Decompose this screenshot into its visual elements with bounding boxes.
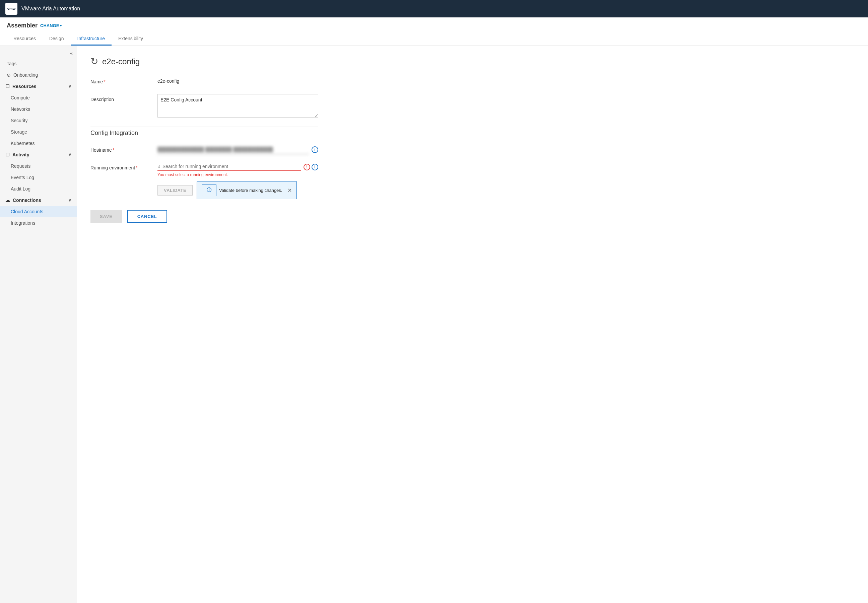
resources-icon: ☐ <box>5 84 10 89</box>
action-buttons: SAVE CANCEL <box>90 210 318 223</box>
hostname-value: ██████████████ ████████ ████████████ <box>157 145 309 155</box>
hostname-label: Hostname* <box>90 145 151 153</box>
running-env-search-input[interactable] <box>163 164 301 169</box>
tabs-row: Resources Design Infrastructure Extensib… <box>7 32 861 46</box>
content-area: ↻ e2e-config Name* Description E2E Co <box>77 46 868 603</box>
cloud-refresh-icon: ↻ <box>90 56 98 67</box>
sidebar: « Tags ⊙ Onboarding ☐ Resources ∨ Comput… <box>0 46 77 603</box>
tab-infrastructure[interactable]: Infrastructure <box>71 32 112 46</box>
sidebar-item-label: Cloud Accounts <box>11 209 43 214</box>
description-textarea[interactable]: E2E Config Account <box>157 94 318 118</box>
main-layout: « Tags ⊙ Onboarding ☐ Resources ∨ Comput… <box>0 46 868 603</box>
sidebar-section-resources[interactable]: ☐ Resources ∨ <box>0 81 77 92</box>
validate-message-text: Validate before making changes. <box>219 188 282 193</box>
sidebar-item-security[interactable]: Security <box>0 115 77 126</box>
hostname-info-icon[interactable]: i <box>312 146 318 153</box>
tab-resources[interactable]: Resources <box>7 32 43 46</box>
sidebar-section-connections[interactable]: ☁ Connections ∨ <box>0 195 77 206</box>
connections-cloud-icon: ☁ <box>5 198 10 203</box>
collapse-icon[interactable]: « <box>70 51 73 56</box>
sidebar-collapse-btn[interactable]: « <box>0 48 77 58</box>
hostname-row: Hostname* ██████████████ ████████ ██████… <box>90 145 318 155</box>
chevron-down-icon: ∨ <box>68 152 71 157</box>
running-env-label: Running environment* <box>90 162 151 170</box>
sidebar-section-label: Activity <box>12 152 29 158</box>
page-title: e2e-config <box>102 57 140 66</box>
name-label: Name* <box>90 76 151 84</box>
change-button[interactable]: CHANGE ▾ <box>40 23 62 28</box>
running-env-field: ☌ You must select a running environment.… <box>157 162 318 199</box>
top-bar: vmw VMware Aria Automation <box>0 0 868 17</box>
tab-design[interactable]: Design <box>43 32 71 46</box>
sidebar-item-label: Audit Log <box>11 186 31 192</box>
running-env-search-wrapper: ☌ <box>157 162 301 171</box>
name-input[interactable] <box>157 76 318 86</box>
sidebar-item-label: Tags <box>7 61 17 66</box>
running-env-info-icon[interactable]: i <box>312 164 318 170</box>
sidebar-item-kubernetes[interactable]: Kubernetes <box>0 138 77 149</box>
breadcrumb: Assembler CHANGE ▾ <box>7 22 861 29</box>
onboarding-icon: ⊙ <box>7 72 11 78</box>
validate-row: VALIDATE ⓘ Validate before making change… <box>157 181 301 199</box>
sidebar-item-label: Requests <box>11 163 31 169</box>
sidebar-item-label: Networks <box>11 107 30 112</box>
hostname-field: ██████████████ ████████ ████████████ i <box>157 145 318 155</box>
sidebar-item-requests[interactable]: Requests <box>0 160 77 172</box>
running-environment-row: Running environment* ☌ You must select a… <box>90 162 318 199</box>
sidebar-item-storage[interactable]: Storage <box>0 126 77 138</box>
validate-button[interactable]: VALIDATE <box>157 185 193 196</box>
description-row: Description E2E Config Account <box>90 94 318 119</box>
sidebar-item-integrations[interactable]: Integrations <box>0 217 77 229</box>
sidebar-section-label: Connections <box>13 198 41 203</box>
sidebar-item-label: Security <box>11 118 28 123</box>
chevron-down-icon: ▾ <box>60 24 62 28</box>
chevron-down-icon: ∨ <box>68 198 71 203</box>
sidebar-item-label: Kubernetes <box>11 141 35 146</box>
sidebar-item-networks[interactable]: Networks <box>0 104 77 115</box>
running-env-error: You must select a running environment. <box>157 172 301 177</box>
sidebar-item-label: Integrations <box>11 220 35 226</box>
activity-icon: ☐ <box>5 152 10 158</box>
save-button[interactable]: SAVE <box>90 210 122 223</box>
page-header: ↻ e2e-config <box>90 56 855 67</box>
validate-close-icon[interactable]: ✕ <box>287 187 292 193</box>
sidebar-item-compute[interactable]: Compute <box>0 92 77 104</box>
sidebar-item-label: Compute <box>11 95 30 100</box>
vmw-logo: vmw <box>5 3 17 15</box>
running-env-error-icon[interactable]: ! <box>304 164 310 170</box>
description-field: E2E Config Account <box>157 94 318 119</box>
sidebar-section-activity[interactable]: ☐ Activity ∨ <box>0 149 77 160</box>
search-icon: ☌ <box>157 164 160 169</box>
cancel-button[interactable]: CANCEL <box>127 210 167 223</box>
validate-message-box: ⓘ Validate before making changes. ✕ <box>197 181 297 199</box>
sidebar-item-onboarding[interactable]: ⊙ Onboarding <box>0 69 77 81</box>
sidebar-item-label: Onboarding <box>13 72 38 78</box>
sidebar-item-label: Storage <box>11 129 27 135</box>
name-field <box>157 76 318 86</box>
name-row: Name* <box>90 76 318 86</box>
sidebar-item-label: Events Log <box>11 175 34 180</box>
sidebar-item-tags[interactable]: Tags <box>0 58 77 69</box>
description-label: Description <box>90 94 151 102</box>
validate-info-icon: ⓘ <box>202 184 216 196</box>
sidebar-item-events-log[interactable]: Events Log <box>0 172 77 183</box>
header-area: Assembler CHANGE ▾ Resources Design Infr… <box>0 17 868 46</box>
form-section: Name* Description E2E Config Account Con… <box>90 76 318 223</box>
sidebar-section-label: Resources <box>12 84 37 89</box>
sidebar-item-audit-log[interactable]: Audit Log <box>0 183 77 195</box>
config-integration-title: Config Integration <box>90 127 318 137</box>
project-label: Assembler <box>7 22 37 29</box>
sidebar-item-cloud-accounts[interactable]: Cloud Accounts <box>0 206 77 217</box>
tab-extensibility[interactable]: Extensibility <box>112 32 150 46</box>
app-title: VMware Aria Automation <box>22 6 80 12</box>
chevron-down-icon: ∨ <box>68 84 71 89</box>
